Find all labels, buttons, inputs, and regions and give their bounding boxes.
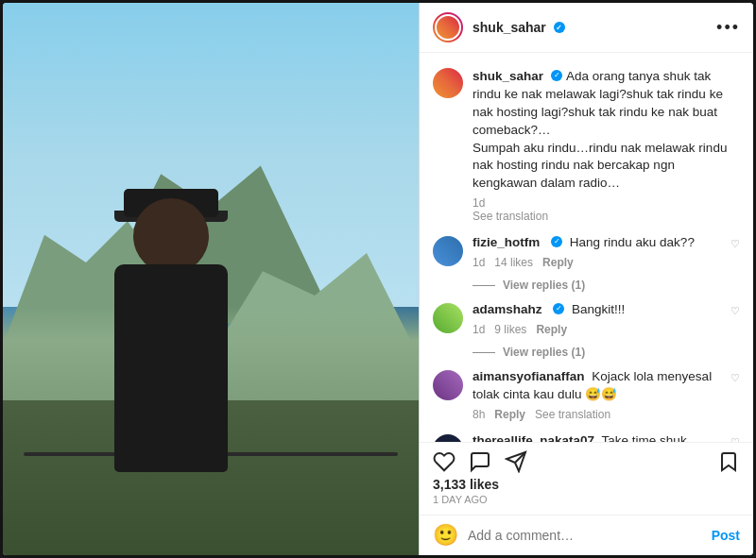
caption-meta: 1d See translation — [472, 196, 740, 223]
view-replies-text-adam[interactable]: View replies (1) — [503, 346, 585, 359]
view-replies-fizie[interactable]: View replies (1) — [420, 275, 753, 296]
comment-input[interactable] — [468, 528, 712, 543]
username-text: shuk_sahar — [472, 20, 546, 35]
comment-text-fizie: fizie_hotfm Hang rindu aku dak?? — [472, 234, 740, 252]
comment-text-thereallife: thereallife_nakata07 Take time shuk.. in… — [472, 432, 740, 442]
more-options-button[interactable]: ••• — [716, 18, 740, 38]
comment-meta-aiman: 8h Reply See translation — [472, 408, 740, 421]
comment-item-aiman: aimansyofianaffan Kojack lola menyesal t… — [420, 363, 753, 427]
comment-heart-fizie[interactable]: ♡ — [730, 238, 740, 250]
comment-meta-adam: 1d 9 likes Reply — [472, 323, 740, 336]
comments-panel: shuk_sahar ••• shuk_saharAda orang tanya… — [419, 3, 753, 555]
comment-reply-adam[interactable]: Reply — [536, 323, 567, 336]
fizie-verified-icon — [551, 236, 562, 247]
comment-heart-aiman[interactable]: ♡ — [730, 372, 740, 384]
comment-username-aiman[interactable]: aimansyofianaffan — [472, 369, 585, 383]
comment-content-fizie: fizie_hotfm Hang rindu aku dak?? 1d 14 l… — [472, 234, 740, 269]
comment-heart-thereallife[interactable]: ♡ — [730, 436, 740, 442]
comment-time-aiman: 8h — [472, 408, 485, 421]
view-replies-adam[interactable]: View replies (1) — [420, 342, 753, 363]
like-button[interactable] — [433, 450, 455, 473]
comment-avatar-adam[interactable] — [433, 303, 463, 333]
comment-text-aiman: aimansyofianaffan Kojack lola menyesal t… — [472, 368, 740, 404]
view-replies-line-adam — [472, 352, 495, 353]
comment-body-fizie: Hang rindu aku dak?? — [570, 235, 695, 249]
comment-content-thereallife: thereallife_nakata07 Take time shuk.. in… — [472, 432, 740, 442]
comment-avatar-thereallife[interactable] — [433, 434, 463, 442]
verified-icon — [554, 22, 565, 33]
share-button[interactable] — [505, 450, 527, 473]
comment-likes-adam: 9 likes — [494, 323, 526, 336]
post-time: 1 DAY AGO — [433, 494, 740, 505]
comments-area[interactable]: shuk_saharAda orang tanya shuk tak rindu… — [420, 53, 753, 442]
comment-button[interactable] — [469, 450, 491, 473]
heart-icon — [433, 450, 455, 473]
post-caption: shuk_saharAda orang tanya shuk tak rindu… — [420, 62, 753, 228]
view-replies-text-fizie[interactable]: View replies (1) — [503, 279, 585, 292]
likes-count: 3,133 likes — [433, 477, 740, 492]
comment-item-thereallife: thereallife_nakata07 Take time shuk.. in… — [420, 427, 753, 442]
add-comment-bar: 🙂 Post — [420, 515, 753, 555]
comment-body-adam: Bangkit!!! — [572, 302, 625, 316]
comment-time-fizie: 1d — [472, 256, 485, 269]
comment-text-adam: adamshahz Bangkit!!! — [472, 301, 740, 319]
caption-verified — [551, 70, 562, 81]
emoji-button[interactable]: 🙂 — [433, 523, 458, 548]
caption-text: shuk_saharAda orang tanya shuk tak rindu… — [472, 68, 740, 193]
caption-see-translation[interactable]: See translation — [472, 210, 740, 223]
comment-content-aiman: aimansyofianaffan Kojack lola menyesal t… — [472, 368, 740, 421]
comment-time-adam: 1d — [472, 323, 485, 336]
comment-username-fizie[interactable]: fizie_hotfm — [472, 235, 540, 249]
header-username[interactable]: shuk_sahar — [472, 20, 716, 35]
caption-avatar[interactable] — [433, 68, 463, 98]
caption-username[interactable]: shuk_sahar — [472, 69, 543, 83]
caption-content: shuk_saharAda orang tanya shuk tak rindu… — [472, 68, 740, 223]
comment-avatar-fizie[interactable] — [433, 236, 463, 266]
action-icons — [433, 450, 740, 473]
share-icon — [505, 450, 527, 473]
post-image — [3, 3, 419, 555]
header-avatar[interactable] — [433, 12, 463, 42]
post-header: shuk_sahar ••• — [420, 3, 753, 53]
caption-time: 1d — [472, 196, 740, 210]
comment-username-thereallife[interactable]: thereallife_nakata07 — [472, 433, 594, 442]
comment-username-adam[interactable]: adamshahz — [472, 302, 542, 316]
instagram-post-modal: shuk_sahar ••• shuk_saharAda orang tanya… — [3, 3, 753, 555]
comment-item-adam: adamshahz Bangkit!!! 1d 9 likes Reply ♡ — [420, 296, 753, 342]
comment-reply-aiman[interactable]: Reply — [494, 408, 525, 421]
comment-see-translation-aiman[interactable]: See translation — [535, 408, 610, 421]
adam-verified-icon — [553, 303, 564, 314]
comment-avatar-aiman[interactable] — [433, 370, 463, 400]
view-replies-line — [472, 285, 495, 286]
person — [86, 170, 256, 472]
comment-content-adam: adamshahz Bangkit!!! 1d 9 likes Reply — [472, 301, 740, 336]
post-comment-button[interactable]: Post — [712, 528, 740, 543]
comment-reply-fizie[interactable]: Reply — [542, 256, 574, 269]
comment-likes-fizie: 14 likes — [494, 256, 533, 269]
comment-icon — [469, 450, 491, 473]
bookmark-button[interactable] — [717, 450, 740, 473]
bookmark-icon — [717, 450, 740, 473]
comment-item: fizie_hotfm Hang rindu aku dak?? 1d 14 l… — [420, 228, 753, 275]
caption-body: Ada orang tanya shuk tak rindu ke nak me… — [472, 69, 727, 190]
post-actions: 3,133 likes 1 DAY AGO — [420, 442, 753, 515]
comment-meta-fizie: 1d 14 likes Reply — [472, 256, 740, 269]
comment-heart-adam[interactable]: ♡ — [730, 305, 740, 317]
